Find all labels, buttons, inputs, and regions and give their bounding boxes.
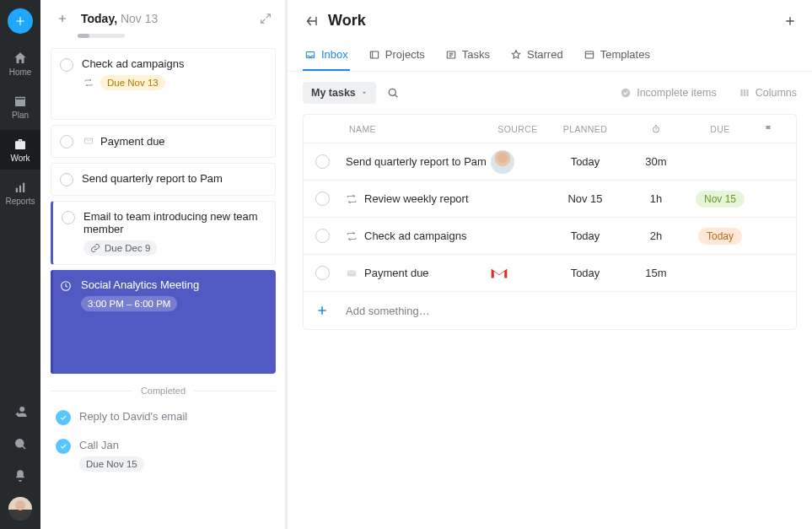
expand-button[interactable] [259,12,272,25]
repeat-icon [346,193,358,205]
calendar-icon [13,94,28,109]
search-icon [386,86,400,100]
templates-icon [583,49,595,61]
due-chip: Due Nov 15 [79,456,144,472]
today-panel: Today, Nov 13 Check ad campaigns Due Nov… [40,0,287,529]
task-checkbox-done[interactable] [56,439,71,454]
day-progress [78,34,125,38]
row-checkbox[interactable] [315,192,330,206]
nav-item-home[interactable]: Home [0,44,40,84]
table-row[interactable]: Send quarterly report to Pam Today 30m [304,143,796,181]
add-row[interactable]: Add something… [304,292,796,329]
svg-rect-10 [740,89,742,96]
mail-icon [82,134,95,148]
panel-add-button[interactable] [783,14,797,28]
clock-icon [59,279,73,293]
row-name: Payment due [364,267,429,279]
source-avatar [491,150,514,174]
due-chip: Due Nov 13 [100,75,165,90]
task-checkbox-done[interactable] [56,410,71,425]
th-name: NAME [346,124,491,134]
task-checkbox[interactable] [60,58,73,72]
table-row[interactable]: Payment due Today 15m [304,255,796,292]
row-checkbox[interactable] [315,266,330,280]
tasks-icon [445,49,457,61]
row-planned: Nov 15 [545,192,626,205]
task-title: Email to team introducing new team membe… [83,210,266,235]
task-checkbox[interactable] [62,211,75,224]
home-icon [13,51,28,66]
repeat-icon [346,230,358,242]
plus-icon [56,13,68,24]
expand-icon [259,12,272,25]
filter-dropdown[interactable]: My tasks [303,82,376,104]
svg-rect-6 [585,51,593,57]
row-name: Review weekly report [364,192,469,205]
row-checkbox[interactable] [315,154,330,169]
tab-label: Starred [527,48,563,61]
task-card[interactable]: Email to team introducing new team membe… [51,201,276,265]
columns-button[interactable]: Columns [739,87,797,99]
today-heading: Today, Nov 13 [81,12,249,25]
nav-item-plan[interactable]: Plan [0,87,40,127]
task-title: Check ad campaigns [82,57,266,70]
task-checkbox[interactable] [60,135,73,148]
chart-icon [13,180,28,195]
completed-divider: Completed [51,384,276,397]
svg-line-8 [395,94,397,97]
notifications-button[interactable] [0,462,40,490]
search-button[interactable] [386,86,400,100]
tab-label: Projects [385,48,425,61]
mail-icon [346,267,358,279]
tab-label: Tasks [462,48,490,61]
th-due: DUE [686,124,754,134]
today-date: Nov 13 [121,12,158,25]
tab-inbox[interactable]: Inbox [303,43,350,71]
rail-search-button[interactable] [0,429,40,458]
inbox-icon [304,49,316,61]
nav-label-reports: Reports [5,197,35,206]
check-icon [59,442,67,451]
task-card[interactable]: Send quarterly report to Pam [51,163,276,196]
task-title: Payment due [100,135,165,148]
check-icon [59,413,67,422]
task-checkbox[interactable] [60,173,73,186]
tabs: Inbox Projects Tasks Starred Templates [288,36,812,72]
task-card[interactable]: Check ad campaigns Due Nov 13 [51,48,276,120]
svg-rect-4 [370,51,378,57]
row-checkbox[interactable] [315,229,330,243]
task-card[interactable]: Payment due [51,125,276,158]
user-avatar[interactable] [8,497,32,521]
today-label: Today, [81,12,117,25]
status-filter[interactable]: Incomplete items [620,87,716,99]
rail-add-button[interactable] [8,8,33,34]
check-circle-icon [620,87,632,99]
add-person-button[interactable] [0,397,40,426]
svg-rect-12 [746,89,748,96]
columns-icon [739,87,750,99]
tab-tasks[interactable]: Tasks [444,43,492,71]
search-icon [13,436,28,451]
add-row-label: Add something… [346,305,491,317]
row-duration: 2h [626,229,686,242]
bell-icon [13,468,28,483]
tab-templates[interactable]: Templates [582,43,652,71]
tab-projects[interactable]: Projects [367,43,427,71]
table-row[interactable]: Review weekly report Nov 15 1h Nov 15 [304,181,796,218]
tab-starred[interactable]: Starred [508,43,565,71]
plus-icon [14,15,26,27]
flag-icon [764,124,774,134]
gmail-icon [491,267,508,279]
add-task-button[interactable] [54,10,71,27]
completed-task[interactable]: Call Jan Due Nov 15 [51,432,276,478]
event-card[interactable]: Social Analytics Meeting 3:00 PM – 6:00 … [51,270,276,374]
nav-item-work[interactable]: Work [0,130,40,170]
completed-task[interactable]: Reply to David's email [51,403,276,432]
briefcase-icon [13,137,28,152]
row-duration: 30m [626,155,686,168]
table-row[interactable]: Check ad campaigns Today 2h Today [304,218,796,255]
back-button[interactable] [303,13,320,30]
nav-item-reports[interactable]: Reports [0,173,40,213]
svg-line-1 [23,446,25,449]
svg-point-7 [389,89,395,95]
